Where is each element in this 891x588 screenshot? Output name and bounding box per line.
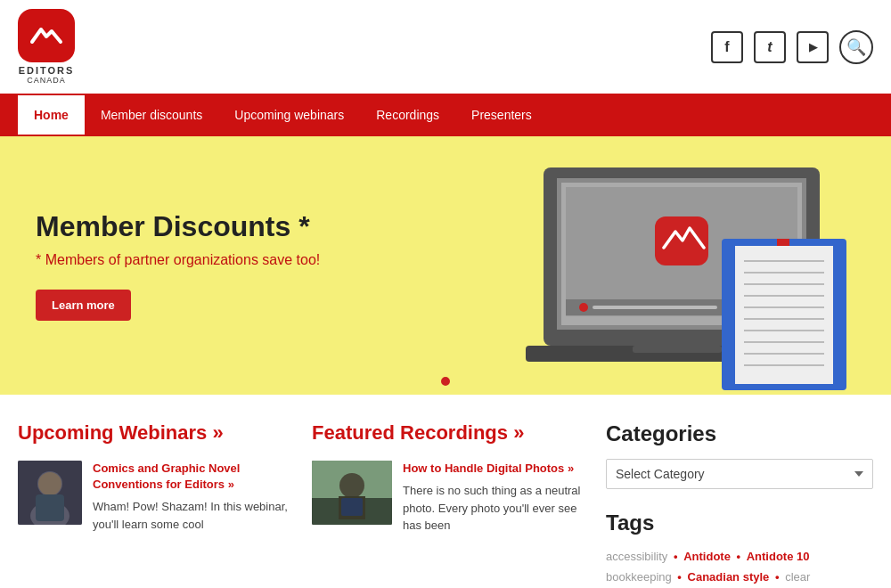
recording-thumbnail <box>312 461 392 525</box>
nav-presenters[interactable]: Presenters <box>455 95 548 135</box>
webinar-info: Comics and Graphic Novel Conventions for… <box>93 461 294 533</box>
recording-desc: There is no such thing as a neutral phot… <box>403 482 588 535</box>
header-right: f t ▶ 🔍 <box>711 30 873 64</box>
category-select[interactable]: Select Category <box>606 459 873 489</box>
recording-title-link[interactable]: How to Handle Digital Photos » <box>403 461 588 477</box>
webinars-column: Upcoming Webinars » Comics and Graphic N… <box>18 421 294 588</box>
svg-point-26 <box>38 472 61 495</box>
svg-rect-33 <box>341 498 363 516</box>
search-button[interactable]: 🔍 <box>839 30 873 64</box>
hero-dots <box>441 377 450 386</box>
youtube-icon[interactable]: ▶ <box>797 31 829 63</box>
tag-bookkeeping[interactable]: bookkeeping <box>606 570 672 584</box>
webinar-item: Comics and Graphic Novel Conventions for… <box>18 461 294 533</box>
top-header: EDITORS CANADA f t ▶ 🔍 <box>0 0 891 94</box>
webinars-section-title[interactable]: Upcoming Webinars » <box>18 421 294 445</box>
recording-item: How to Handle Digital Photos » There is … <box>312 461 588 535</box>
hero-content: Member Discounts * * Members of partner … <box>0 175 891 356</box>
twitter-icon[interactable]: t <box>754 31 786 63</box>
nav-bar: Home Member discounts Upcoming webinars … <box>0 94 891 136</box>
tag-clear[interactable]: clear <box>785 570 810 584</box>
tag-antidote10[interactable]: Antidote 10 <box>747 550 810 563</box>
nav-member-discounts[interactable]: Member discounts <box>85 95 218 135</box>
svg-point-31 <box>339 473 364 498</box>
tags-title: Tags <box>606 510 873 535</box>
facebook-icon[interactable]: f <box>711 31 743 63</box>
logo-org-name: EDITORS <box>19 65 75 76</box>
logo[interactable]: EDITORS CANADA <box>18 9 75 85</box>
tags-list: accessibility • Antidote • Antidote 10 b… <box>606 546 873 588</box>
recordings-column: Featured Recordings » How to Handle Digi… <box>312 421 588 588</box>
main-content: Upcoming Webinars » Comics and Graphic N… <box>0 395 891 588</box>
recording-info: How to Handle Digital Photos » There is … <box>403 461 588 535</box>
learn-more-button[interactable]: Learn more <box>36 290 131 321</box>
hero-subtitle: * Members of partner organizations save … <box>36 252 855 268</box>
dot-1[interactable] <box>441 377 450 386</box>
webinar-title-link[interactable]: Comics and Graphic Novel Conventions for… <box>93 461 240 491</box>
nav-recordings[interactable]: Recordings <box>360 95 455 135</box>
categories-title: Categories <box>606 421 873 446</box>
hero-banner: Member Discounts * * Members of partner … <box>0 136 891 395</box>
sidebar-column: Categories Select Category Tags accessib… <box>606 421 873 588</box>
recordings-section-title[interactable]: Featured Recordings » <box>312 421 588 445</box>
svg-rect-27 <box>36 494 64 521</box>
nav-upcoming-webinars[interactable]: Upcoming webinars <box>218 95 360 135</box>
tag-antidote[interactable]: Antidote <box>683 550 731 563</box>
webinar-desc: Wham! Pow! Shazam! In this webinar, you'… <box>93 498 294 533</box>
logo-org-sub: CANADA <box>27 76 66 85</box>
tag-canadian-style[interactable]: Canadian style <box>688 570 770 584</box>
logo-icon <box>18 9 75 62</box>
hero-title: Member Discounts * <box>36 210 855 243</box>
webinar-thumbnail <box>18 461 82 525</box>
nav-home[interactable]: Home <box>18 95 85 135</box>
tag-accessibility[interactable]: accessibility <box>606 550 667 563</box>
